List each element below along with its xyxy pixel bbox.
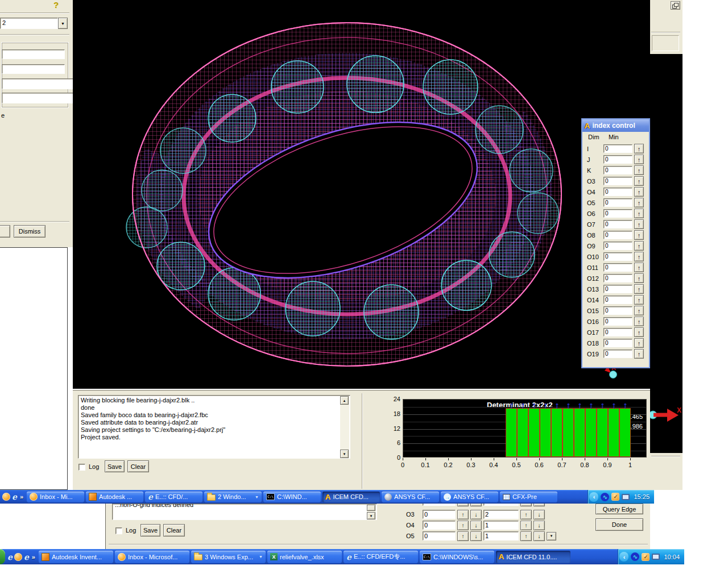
ie-icon[interactable]: [7, 552, 13, 562]
log-checkbox[interactable]: [78, 464, 85, 471]
outlook-icon[interactable]: [2, 493, 10, 501]
scroll-up-icon[interactable]: ▲: [340, 396, 349, 405]
increment-up-button[interactable]: ↑: [634, 176, 644, 186]
clear-button[interactable]: Clear: [127, 460, 149, 472]
secondary-message-log[interactable]: ...non-O-grid indices defined ▼: [112, 504, 377, 520]
save-button[interactable]: Save: [105, 460, 125, 472]
taskbar-task-button[interactable]: C:\WIND...: [263, 492, 321, 502]
index-min-input[interactable]: [603, 166, 632, 174]
scroll-down-icon[interactable]: ▼: [367, 512, 375, 519]
done-button[interactable]: Done: [595, 518, 643, 531]
project-combobox[interactable]: 2 ▼: [0, 18, 68, 29]
spinner-field[interactable]: [2, 93, 84, 103]
increment-up-button[interactable]: ↑: [634, 187, 644, 197]
save-button[interactable]: Save: [140, 524, 160, 537]
tray-chevron-icon[interactable]: ‹: [619, 552, 628, 562]
increment-down-button[interactable]: ↓: [470, 531, 482, 541]
increment-up-button[interactable]: ↑: [634, 284, 644, 294]
increment-down-button[interactable]: ↓: [470, 510, 482, 519]
increment-down-button[interactable]: ↓: [470, 521, 482, 530]
increment-down-button[interactable]: ↓: [533, 504, 545, 506]
taskbar-task-button[interactable]: Autodesk Invent...: [39, 551, 113, 563]
index-min-input[interactable]: [603, 177, 632, 185]
ie-icon[interactable]: [12, 492, 17, 501]
taskbar-task-button[interactable]: C:\WINDOWS\s...: [420, 551, 494, 563]
increment-up-button[interactable]: ↑: [634, 306, 644, 315]
log-checkbox[interactable]: [115, 527, 122, 534]
index-min-input[interactable]: [603, 155, 632, 164]
chevron-down-icon[interactable]: ▼: [547, 532, 556, 541]
scroll-down-icon[interactable]: ▼: [340, 450, 349, 458]
scrollbar[interactable]: ▲ ▼: [340, 396, 349, 458]
increment-up-button[interactable]: ↑: [634, 349, 644, 359]
increment-up-button[interactable]: ↑: [520, 504, 532, 506]
index-min-input[interactable]: [603, 263, 632, 272]
index-min-input[interactable]: [603, 296, 632, 304]
taskbar-task-button[interactable]: 2 Windo... ▼: [204, 492, 262, 502]
taskbar-task-button[interactable]: E..:: CFD/...: [145, 492, 202, 502]
wave-tray-icon[interactable]: [631, 552, 639, 561]
increment-up-button[interactable]: ↑: [520, 531, 532, 541]
option-field-2[interactable]: [2, 64, 65, 74]
index-input[interactable]: [483, 510, 519, 519]
taskbar-task-button[interactable]: reliefvalve_.xlsx: [267, 551, 342, 563]
taskbar-task-button[interactable]: 3 Windows Exp... ▼: [191, 551, 266, 563]
outlook-icon[interactable]: [14, 553, 22, 561]
increment-up-button[interactable]: ↑: [634, 209, 644, 218]
monitor-tray-icon[interactable]: [622, 494, 630, 500]
taskbar-task-button[interactable]: Inbox - Mi...: [27, 492, 84, 502]
ie-icon[interactable]: [24, 552, 29, 562]
taskbar-task-button[interactable]: Inbox - Microsof...: [115, 551, 189, 563]
index-min-input[interactable]: [603, 188, 632, 196]
task-dropdown-arrow[interactable]: ▼: [259, 555, 263, 559]
increment-up-button[interactable]: ↑: [520, 510, 532, 519]
increment-up-button[interactable]: ↑: [634, 317, 644, 326]
increment-down-button[interactable]: ↓: [533, 510, 545, 519]
index-min-input[interactable]: [603, 144, 632, 153]
index-min-input[interactable]: [603, 350, 632, 358]
help-icon[interactable]: ?: [53, 0, 59, 10]
shield-tray-icon[interactable]: [642, 553, 650, 561]
wave-tray-icon[interactable]: [601, 493, 609, 501]
taskbar-task-button[interactable]: ICEM CFD...: [322, 492, 380, 502]
increment-up-button[interactable]: ↑: [457, 521, 469, 530]
start-button-edge[interactable]: [0, 549, 5, 564]
monitor-tray-icon[interactable]: [652, 554, 660, 560]
increment-up-button[interactable]: ↑: [634, 241, 644, 251]
index-min-input[interactable]: [603, 209, 632, 218]
index-input[interactable]: [483, 504, 519, 506]
quick-launch-chevron-icon[interactable]: »: [20, 493, 23, 500]
index-min-input[interactable]: [603, 339, 632, 347]
clipped-button[interactable]: [0, 225, 10, 238]
clear-button[interactable]: Clear: [163, 524, 185, 537]
index-min-input[interactable]: [603, 317, 632, 326]
taskbar-task-button[interactable]: ICEM CFD 11.0....: [496, 551, 570, 563]
index-min-input[interactable]: [603, 274, 632, 282]
scrollbar[interactable]: ▼: [367, 505, 376, 519]
increment-up-button[interactable]: ↑: [457, 504, 469, 506]
increment-up-button[interactable]: ↑: [634, 219, 644, 229]
increment-down-button[interactable]: ↓: [470, 504, 482, 506]
chevron-down-icon[interactable]: ▼: [58, 18, 68, 29]
index-input[interactable]: [423, 504, 456, 506]
increment-up-button[interactable]: ↑: [634, 198, 644, 207]
increment-up-button[interactable]: ↑: [457, 531, 469, 541]
index-min-input[interactable]: [603, 198, 632, 207]
index-input[interactable]: [423, 521, 456, 530]
secondary-viewport-strip[interactable]: X: [650, 54, 682, 453]
index-min-input[interactable]: [603, 285, 632, 293]
index-min-input[interactable]: [603, 242, 632, 250]
left-list-area[interactable]: [0, 247, 68, 490]
index-min-input[interactable]: [603, 252, 632, 261]
taskbar-task-button[interactable]: ANSYS CF...: [382, 492, 439, 502]
index-input[interactable]: [483, 521, 519, 530]
increment-up-button[interactable]: ↑: [634, 155, 644, 164]
increment-down-button[interactable]: ↓: [533, 531, 545, 541]
taskbar-task-button[interactable]: ANSYS CF...: [441, 492, 498, 502]
increment-up-button[interactable]: ↑: [634, 327, 644, 337]
quick-launch-chevron-icon[interactable]: »: [32, 554, 35, 560]
task-dropdown-arrow[interactable]: ▼: [255, 495, 259, 499]
increment-up-button[interactable]: ↑: [634, 273, 644, 283]
taskbar-task-button[interactable]: E..:: CFD/EFD专...: [344, 551, 418, 563]
tray-chevron-icon[interactable]: ‹: [589, 492, 598, 502]
